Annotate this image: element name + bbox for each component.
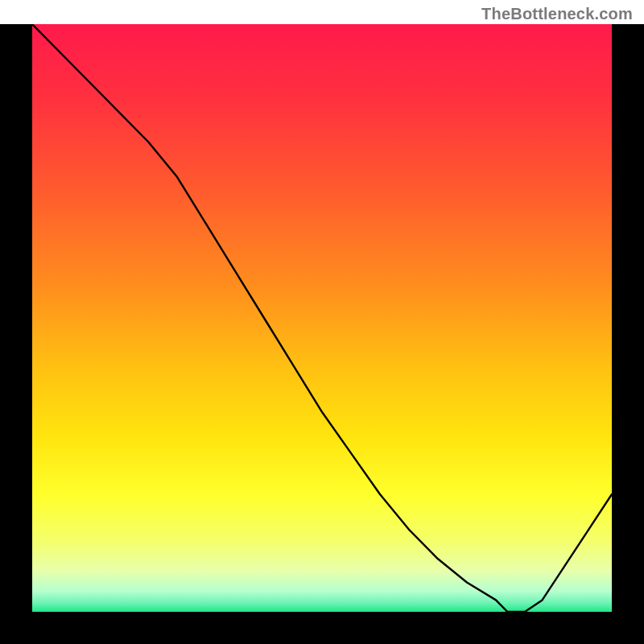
plot-frame <box>0 24 644 644</box>
chart-container: TheBottleneck.com <box>0 0 644 644</box>
curve-layer <box>32 24 612 612</box>
curve-line <box>32 24 612 612</box>
attribution-label: TheBottleneck.com <box>481 5 633 23</box>
plot-area <box>32 24 612 612</box>
